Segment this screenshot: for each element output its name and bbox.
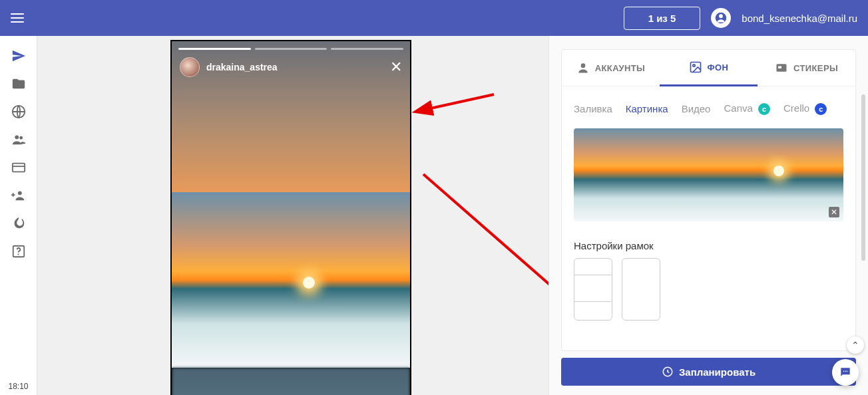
- svg-rect-16: [778, 66, 781, 68]
- close-icon[interactable]: ✕: [390, 59, 402, 76]
- subtab-crello[interactable]: Crello c: [783, 102, 827, 115]
- svg-point-14: [692, 65, 694, 66]
- right-panel: АККАУНТЫ ФОН СТИКЕРЫ Заливка Картинка Ви…: [548, 36, 868, 395]
- svg-point-12: [580, 63, 585, 68]
- panel-tabs: АККАУНТЫ ФОН СТИКЕРЫ: [562, 50, 855, 86]
- svg-line-11: [423, 174, 562, 295]
- svg-point-19: [845, 371, 846, 372]
- clock-time: 18:10: [8, 378, 28, 395]
- canva-badge-icon: c: [758, 103, 770, 115]
- folder-icon[interactable]: [5, 72, 32, 96]
- subtab-label: Crello: [783, 102, 809, 114]
- svg-point-4: [15, 135, 19, 139]
- schedule-label: Запланировать: [679, 366, 756, 378]
- background-thumbnail[interactable]: ✕: [574, 128, 843, 221]
- scroll-up-icon[interactable]: ⌃: [847, 336, 864, 354]
- add-user-icon[interactable]: [5, 184, 32, 207]
- top-bar: 1 из 5 bond_ksenechka@mail.ru: [0, 0, 868, 36]
- tab-label: АККАУНТЫ: [595, 63, 646, 73]
- tab-label: ФОН: [708, 63, 729, 72]
- background-subtabs: Заливка Картинка Видео Canva c Crello c: [562, 86, 855, 123]
- globe-icon[interactable]: [5, 100, 32, 124]
- fire-icon[interactable]: [5, 211, 32, 235]
- help-icon[interactable]: [5, 239, 32, 263]
- crello-badge-icon: c: [815, 103, 827, 115]
- svg-rect-6: [12, 164, 24, 172]
- subtab-fill[interactable]: Заливка: [574, 103, 612, 114]
- annotation-arrow: [417, 169, 570, 305]
- avatar[interactable]: [711, 8, 731, 28]
- svg-point-7: [17, 191, 21, 195]
- frame-option-full[interactable]: [622, 258, 660, 321]
- svg-point-2: [719, 14, 723, 18]
- scrollbar[interactable]: [860, 94, 867, 354]
- story-avatar: [180, 57, 200, 77]
- send-icon[interactable]: [5, 44, 32, 68]
- story-progress: [178, 48, 403, 50]
- story-username: drakaina_astrea: [206, 62, 278, 72]
- user-email[interactable]: bond_ksenechka@mail.ru: [742, 13, 857, 24]
- subtab-video[interactable]: Видео: [682, 103, 711, 114]
- svg-rect-13: [690, 63, 700, 72]
- canvas-area: drakaina_astrea ✕: [37, 36, 548, 395]
- tab-background[interactable]: ФОН: [660, 50, 758, 86]
- svg-point-18: [843, 371, 845, 372]
- story-preview[interactable]: drakaina_astrea ✕: [170, 40, 411, 395]
- sidebar: 18:10: [0, 36, 37, 395]
- users-icon[interactable]: [5, 128, 32, 152]
- card-icon[interactable]: [5, 156, 32, 180]
- story-counter-button[interactable]: 1 из 5: [624, 7, 701, 30]
- chat-icon[interactable]: [832, 359, 859, 386]
- tab-label: СТИКЕРЫ: [793, 63, 838, 73]
- menu-icon[interactable]: [11, 10, 27, 26]
- svg-point-5: [19, 136, 23, 140]
- tab-accounts[interactable]: АККАУНТЫ: [562, 50, 660, 86]
- subtab-label: Canva: [724, 102, 752, 114]
- frames-title: Настройки рамок: [562, 229, 855, 258]
- subtab-image[interactable]: Картинка: [626, 103, 668, 114]
- frame-option-split[interactable]: [574, 258, 612, 321]
- svg-point-20: [847, 371, 848, 372]
- schedule-button[interactable]: Запланировать: [561, 358, 856, 386]
- tab-stickers[interactable]: СТИКЕРЫ: [758, 50, 855, 86]
- annotation-arrow: [421, 89, 501, 118]
- subtab-canva[interactable]: Canva c: [724, 102, 770, 115]
- svg-line-10: [427, 94, 494, 109]
- svg-point-9: [17, 254, 19, 255]
- delete-icon[interactable]: ✕: [829, 207, 839, 217]
